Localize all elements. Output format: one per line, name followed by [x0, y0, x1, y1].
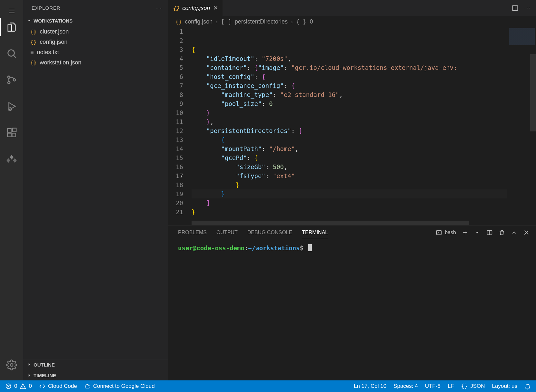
code-line[interactable]: }: [192, 189, 536, 198]
status-indentation[interactable]: Spaces: 4: [393, 383, 418, 389]
file-name: cluster.json: [40, 28, 69, 35]
terminal-dollar: $: [300, 244, 303, 252]
code-line[interactable]: "container": {"image": "gcr.io/cloud-wor…: [192, 63, 536, 72]
code-line[interactable]: }: [192, 207, 536, 216]
breadcrumb-key[interactable]: persistentDirectories: [235, 18, 288, 25]
search-icon[interactable]: [0, 44, 23, 62]
svg-rect-10: [7, 129, 11, 132]
file-name: workstation.json: [40, 59, 81, 66]
code-line[interactable]: "fsType": "ext4": [192, 171, 536, 180]
cloudcode-label: Cloud Code: [48, 383, 77, 389]
file-list: {}cluster.json{}config.json≡notes.txt{}w…: [23, 26, 168, 68]
code-line[interactable]: {: [192, 135, 536, 144]
svg-rect-20: [437, 230, 442, 234]
scrollbar-horizontal[interactable]: [192, 221, 469, 225]
code-line[interactable]: {: [192, 45, 536, 54]
status-encoding[interactable]: UTF-8: [425, 383, 441, 389]
file-item[interactable]: {}workstation.json: [23, 57, 168, 68]
terminal-shell-selector[interactable]: bash: [436, 229, 456, 236]
file-item[interactable]: {}config.json: [23, 37, 168, 47]
timeline-label: TIMELINE: [34, 373, 56, 378]
code-line[interactable]: "gce_instance_config": {: [192, 81, 536, 90]
status-cursor-position[interactable]: Ln 17, Col 10: [354, 383, 386, 389]
error-icon: [5, 383, 12, 389]
status-connect-cloud[interactable]: Connect to Google Cloud: [84, 383, 155, 389]
cloud-code-icon[interactable]: [0, 150, 23, 168]
code-line[interactable]: },: [192, 117, 536, 126]
close-panel-icon[interactable]: [523, 229, 530, 236]
code-line[interactable]: "persistentDirectories": [: [192, 126, 536, 135]
json-file-icon: {}: [30, 39, 36, 45]
code-line[interactable]: "host_config": {: [192, 72, 536, 81]
code-line[interactable]: "sizeGb": 500,: [192, 162, 536, 171]
svg-rect-13: [13, 128, 16, 132]
status-layout[interactable]: Layout: us: [492, 383, 517, 389]
code-line[interactable]: "pool_size": 0: [192, 99, 536, 108]
panel-tab-output[interactable]: OUTPUT: [216, 226, 238, 239]
editor-body[interactable]: 123456789101112131415161718192021 { "idl…: [168, 27, 536, 225]
svg-point-7: [13, 79, 15, 81]
file-name: notes.txt: [37, 49, 59, 56]
timeline-section[interactable]: TIMELINE: [23, 370, 168, 380]
code-line[interactable]: }: [192, 180, 536, 189]
tab-config-json[interactable]: {} config.json ✕: [168, 0, 223, 16]
status-notifications[interactable]: [524, 383, 531, 389]
code-line[interactable]: "machine_type": "e2-standard-16",: [192, 90, 536, 99]
split-terminal-icon[interactable]: [486, 229, 493, 236]
scrollbar-vertical[interactable]: [530, 54, 536, 131]
close-tab-icon[interactable]: ✕: [213, 5, 218, 12]
breadcrumb-index[interactable]: 0: [310, 18, 313, 25]
bell-icon: [524, 383, 531, 389]
outline-label: OUTLINE: [34, 362, 55, 368]
language-label: JSON: [470, 383, 485, 389]
explorer-icon[interactable]: [0, 18, 23, 36]
code-line[interactable]: "gcePd": {: [192, 153, 536, 162]
status-errors[interactable]: 0 0: [5, 383, 32, 389]
status-eol[interactable]: LF: [448, 383, 454, 389]
settings-gear-icon[interactable]: [0, 356, 23, 374]
svg-point-3: [8, 50, 15, 56]
panel-tab-problems[interactable]: PROBLEMS: [178, 226, 207, 239]
panel-tab-debug[interactable]: DEBUG CONSOLE: [247, 226, 293, 239]
extensions-icon[interactable]: [0, 124, 23, 142]
line-gutter: 123456789101112131415161718192021: [168, 27, 192, 225]
status-language[interactable]: {} JSON: [461, 383, 485, 389]
svg-rect-12: [12, 133, 15, 137]
json-file-icon: {}: [173, 5, 179, 11]
editor-more-icon[interactable]: ···: [524, 5, 531, 11]
workspace-section[interactable]: WORKSTATIONS: [23, 15, 168, 26]
panel-tab-terminal[interactable]: TERMINAL: [302, 226, 328, 239]
sidebar-more-icon[interactable]: ···: [156, 5, 162, 11]
source-control-icon[interactable]: [0, 71, 23, 89]
terminal-body[interactable]: user@code-oss-demo:~/workstations$: [168, 240, 536, 380]
kill-terminal-icon[interactable]: [499, 229, 505, 236]
outline-section[interactable]: OUTLINE: [23, 359, 168, 370]
editor-group: {} config.json ✕ ··· {} config.json › [ …: [168, 0, 536, 380]
svg-point-6: [8, 81, 10, 84]
menu-button[interactable]: [0, 4, 23, 18]
terminal-path: ~/workstations: [248, 244, 300, 252]
terminal-shell-icon: [436, 229, 442, 236]
code-line[interactable]: ]: [192, 198, 536, 207]
code-area[interactable]: { "idleTimeout": "7200s", "container": {…: [192, 27, 536, 225]
status-bar: 0 0 Cloud Code Connect to Google Cloud L…: [0, 380, 536, 392]
code-line[interactable]: "idleTimeout": "7200s",: [192, 54, 536, 63]
warning-icon: [20, 383, 26, 389]
maximize-panel-icon[interactable]: [511, 229, 517, 236]
split-editor-icon[interactable]: [511, 5, 519, 12]
svg-rect-11: [7, 133, 11, 137]
sidebar-title: EXPLORER: [32, 5, 61, 11]
cloud-icon: [84, 383, 91, 389]
status-cloudcode[interactable]: Cloud Code: [39, 383, 77, 389]
new-terminal-icon[interactable]: [462, 229, 468, 236]
file-item[interactable]: ≡notes.txt: [23, 47, 168, 57]
file-item[interactable]: {}cluster.json: [23, 26, 168, 37]
terminal-dropdown-icon[interactable]: [474, 229, 481, 236]
code-line[interactable]: }: [192, 108, 536, 117]
run-debug-icon[interactable]: [0, 97, 23, 115]
code-line[interactable]: "mountPath": "/home",: [192, 144, 536, 153]
breadcrumb[interactable]: {} config.json › [ ] persistentDirectori…: [168, 16, 536, 27]
breadcrumb-file[interactable]: config.json: [185, 18, 213, 25]
svg-marker-15: [6, 158, 10, 163]
svg-line-4: [14, 55, 15, 57]
